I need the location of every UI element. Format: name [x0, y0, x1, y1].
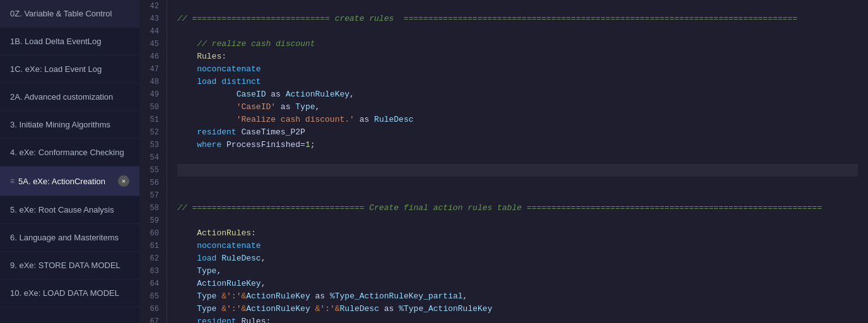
sidebar-item-2a[interactable]: 2A. Advanced customization — [0, 83, 139, 111]
code-line: 'Realize cash discount.' as RuleDesc — [177, 114, 858, 126]
line-number: 47 — [147, 63, 159, 76]
line-number: 54 — [147, 151, 159, 164]
sidebar-item-label: 0Z. Variable & Table Control — [10, 9, 129, 18]
line-number: 50 — [147, 101, 159, 114]
line-number: 57 — [147, 189, 159, 202]
sidebar-item-1b[interactable]: 1B. Load Delta EventLog — [0, 28, 139, 56]
sidebar-item-label: 3. Initiate Mining Algorithms — [10, 120, 129, 129]
line-number: 44 — [147, 25, 159, 38]
menu-icon: ≡ — [10, 177, 15, 185]
code-line — [177, 151, 858, 164]
code-line: where ProcessFinished=1; — [177, 139, 858, 151]
code-line: 'CaseID' as Type, — [177, 101, 858, 114]
close-tab-button[interactable]: × — [118, 175, 129, 187]
code-line: resident CaseTimes_P2P — [177, 126, 858, 139]
sidebar-item-1c[interactable]: 1C. eXe: Load Event Log — [0, 56, 139, 83]
code-line — [177, 177, 858, 189]
code-line — [177, 0, 858, 13]
code-line — [177, 164, 858, 177]
line-number: 49 — [147, 88, 159, 101]
line-numbers: 4243444546474849505152535455565758596061… — [139, 0, 167, 323]
sidebar-item-label: 5. eXe: Root Cause Analysis — [10, 205, 129, 214]
sidebar-item-5a[interactable]: ≡5A. eXe: ActionCreation× — [0, 167, 139, 196]
code-line: resident Rules; — [177, 315, 858, 323]
code-editor: 4243444546474849505152535455565758596061… — [139, 0, 868, 323]
line-number: 62 — [147, 252, 159, 265]
line-number: 59 — [147, 214, 159, 227]
sidebar-item-label: 6. Language and Masteritems — [10, 233, 129, 242]
line-number: 45 — [147, 38, 159, 50]
sidebar-item-10[interactable]: 10. eXe: LOAD DATA MODEL — [0, 279, 139, 307]
code-line: noconcatenate — [177, 240, 858, 252]
sidebar-item-label: 4. eXe: Conformance Checking — [10, 148, 129, 157]
line-number: 61 — [147, 240, 159, 252]
sidebar-item-9[interactable]: 9. eXe: STORE DATA MODEL — [0, 252, 139, 279]
code-line — [177, 189, 858, 202]
code-line: load RuleDesc, — [177, 252, 858, 265]
line-number: 64 — [147, 278, 159, 290]
sidebar-item-label: 5A. eXe: ActionCreation — [18, 177, 118, 186]
line-number: 42 — [147, 0, 159, 13]
code-line: Rules: — [177, 50, 858, 63]
line-number: 51 — [147, 114, 159, 126]
sidebar-item-4[interactable]: 4. eXe: Conformance Checking — [0, 139, 139, 167]
code-line — [177, 25, 858, 38]
code-line: noconcatenate — [177, 63, 858, 76]
sidebar: 0Z. Variable & Table Control1B. Load Del… — [0, 0, 139, 323]
sidebar-item-5[interactable]: 5. eXe: Root Cause Analysis — [0, 196, 139, 224]
code-line: // =================================== C… — [177, 202, 858, 214]
code-line: Type, — [177, 265, 858, 278]
line-number: 48 — [147, 76, 159, 88]
sidebar-item-3[interactable]: 3. Initiate Mining Algorithms — [0, 111, 139, 139]
code-line: ActionRules: — [177, 227, 858, 240]
sidebar-item-0z[interactable]: 0Z. Variable & Table Control — [0, 0, 139, 28]
line-number: 56 — [147, 177, 159, 189]
line-number: 58 — [147, 202, 159, 214]
code-line: // realize cash discount — [177, 38, 858, 50]
line-number: 65 — [147, 290, 159, 303]
sidebar-item-label: 9. eXe: STORE DATA MODEL — [10, 261, 129, 270]
line-number: 55 — [147, 164, 159, 177]
sidebar-item-label: 2A. Advanced customization — [10, 92, 129, 102]
code-line: ActionRuleKey, — [177, 278, 858, 290]
line-number: 63 — [147, 265, 159, 278]
line-number: 53 — [147, 139, 159, 151]
code-line: Type &':'&ActionRuleKey as %Type_ActionR… — [177, 290, 858, 303]
code-line: Type &':'&ActionRuleKey &':'&RuleDesc as… — [177, 303, 858, 315]
line-number: 46 — [147, 50, 159, 63]
code-content: 4243444546474849505152535455565758596061… — [139, 0, 868, 323]
code-line: // ============================ create r… — [177, 13, 858, 25]
sidebar-item-label: 1C. eXe: Load Event Log — [10, 64, 129, 74]
line-number: 52 — [147, 126, 159, 139]
sidebar-item-label: 10. eXe: LOAD DATA MODEL — [10, 288, 129, 298]
sidebar-item-6[interactable]: 6. Language and Masteritems — [0, 224, 139, 252]
sidebar-item-label: 1B. Load Delta EventLog — [10, 37, 129, 46]
line-number: 43 — [147, 13, 159, 25]
code-line: load distinct — [177, 76, 858, 88]
line-number: 66 — [147, 303, 159, 315]
code-lines[interactable]: // ============================ create r… — [167, 0, 868, 323]
code-line: CaseID as ActionRuleKey, — [177, 88, 858, 101]
line-number: 60 — [147, 227, 159, 240]
line-number: 67 — [147, 315, 159, 323]
code-line — [177, 214, 858, 227]
